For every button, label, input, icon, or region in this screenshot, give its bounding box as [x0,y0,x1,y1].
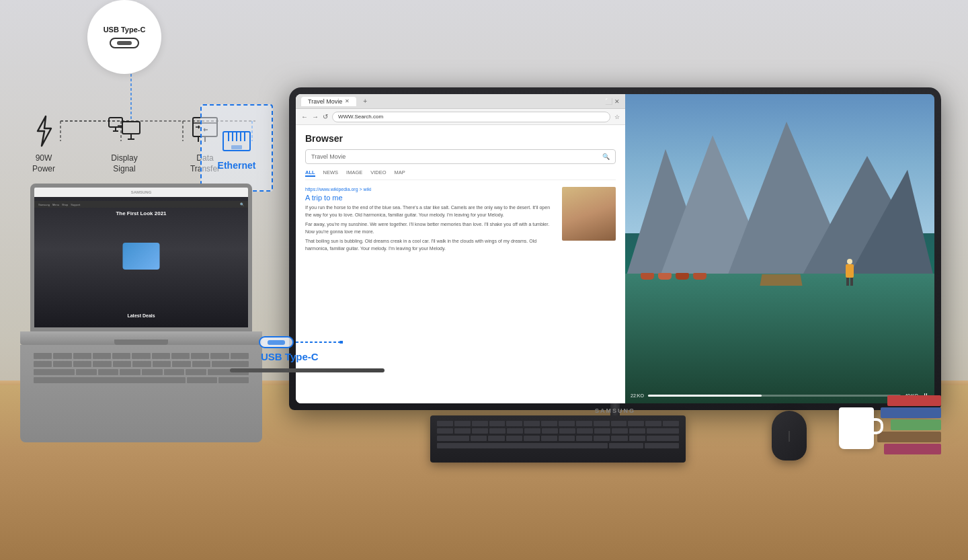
laptop-deals-label: Latest Deals [127,313,155,318]
ethernet-connector-icon [219,126,254,153]
monitor-brand-label: SAMSUNG [595,407,635,414]
keyboard [430,415,686,463]
laptop-container: SAMSUNG Samsung Menu Shop Support 🔍 The … [20,184,262,442]
boats-group [641,273,707,280]
result-image [562,187,616,241]
usb-badge-label: USB Type-C [104,26,146,34]
boat-2 [658,273,672,280]
svg-rect-15 [122,122,140,134]
ethernet-feature-box: Ethernet [200,104,273,192]
person-legs [846,278,853,286]
book-3 [891,419,941,430]
feature-display: Display Signal [94,114,155,174]
result-title: A trip to me [305,194,555,202]
browser-nav-tabs: ALL NEWS IMAGE VIDEO MAP [305,169,616,180]
display-label: Display Signal [111,153,137,174]
svg-point-35 [339,341,343,344]
pier [760,274,803,286]
monitor-frame: Travel Movie ✕ + ⬜ ✕ ← → ↺ WWW.Search.co… [289,87,941,410]
book-1 [887,395,941,406]
display-signal-icon [108,116,141,146]
laptop-screen-content: Samsung Menu Shop Support 🔍 The First Lo… [34,197,248,327]
search-result: https://www.wikipedia.org > wiki A trip … [305,187,616,252]
result-desc-2: Far away, you're my sunshine. We were to… [305,221,555,235]
mouse [772,411,807,461]
svg-rect-10 [117,41,132,45]
boat-1 [641,273,654,280]
svg-marker-11 [38,116,51,146]
usb-typec-icon [110,38,139,48]
person-body [846,264,854,278]
keyboard-keys [430,415,686,454]
book-5 [884,444,941,454]
result-desc-3: That boiling sun is bubbling. Old dreams… [305,238,555,252]
browser-pane: Travel Movie ✕ + ⬜ ✕ ← → ↺ WWW.Search.co… [296,94,625,403]
browser-toolbar: ← → ↺ WWW.Search.com ☆ [296,109,625,125]
monitor-container: Travel Movie ✕ + ⬜ ✕ ← → ↺ WWW.Search.co… [289,87,941,424]
mug-handle [873,418,883,434]
laptop-nav-bar: Samsung Menu Shop Support 🔍 [34,201,248,208]
mountains-svg [625,94,934,280]
laptop-base [20,331,262,345]
progress-fill [648,395,762,397]
book-4 [877,432,941,442]
usb-plug-inner [268,340,285,345]
time-start: 22:KO [631,393,644,398]
ethernet-label: Ethernet [218,160,256,171]
usb-connector-shape [259,336,343,348]
url-bar: WWW.Search.com [332,112,610,122]
result-desc-1: If you run the horse to the end of the b… [305,204,555,218]
usb-connector-group [259,336,343,348]
browser-search-box: Travel Movie 🔍 [305,149,616,164]
browser-content: Browser Travel Movie 🔍 ALL NEWS IMAGE VI… [296,125,625,403]
feature-power: 90W Power [13,114,74,174]
ethernet-icon [219,125,254,155]
laptop-keys [34,353,249,422]
books-stack [877,395,941,456]
laptop-keyboard-area [20,345,262,442]
usb-plug-shape [259,336,294,348]
result-url: https://www.wikipedia.org > wiki [305,187,555,192]
laptop-screen: SAMSUNG Samsung Menu Shop Support 🔍 The … [30,184,252,331]
person-figure [846,259,854,286]
laptop-headline: The First Look 2021 [34,210,248,216]
coffee-mug [839,407,874,449]
person-head [847,259,852,264]
lightning-icon [32,115,55,147]
browser-tab-active: Travel Movie ✕ [301,97,356,106]
book-2 [881,407,941,418]
usb-cable [230,368,385,372]
laptop-brand: SAMSUNG [131,190,152,194]
progress-bar [648,395,901,397]
video-pane: 22:KO 40:KO ⏸ [625,94,934,403]
mouse-divider [789,431,790,442]
power-icon-container [27,114,61,148]
power-label: 90W Power [32,153,55,174]
water [625,274,934,403]
result-text-container: https://www.wikipedia.org > wiki A trip … [305,187,555,252]
boat-4 [693,273,707,280]
laptop-hinge [114,339,168,345]
svg-rect-28 [231,145,242,149]
usb-typec-badge: USB Type-C [87,0,161,74]
laptop-product-image [123,243,160,270]
monitor-screen: Travel Movie ✕ + ⬜ ✕ ← → ↺ WWW.Search.co… [296,94,934,403]
display-icon-container [108,114,141,148]
video-scene: 22:KO 40:KO ⏸ [625,94,934,403]
usb-connector-label: USB Type-C [261,351,319,362]
usb-dotted-line-svg [296,341,343,344]
browser-titlebar: Travel Movie ✕ + ⬜ ✕ [296,94,625,109]
browser-page-title: Browser [305,133,616,144]
boat-3 [676,273,689,280]
